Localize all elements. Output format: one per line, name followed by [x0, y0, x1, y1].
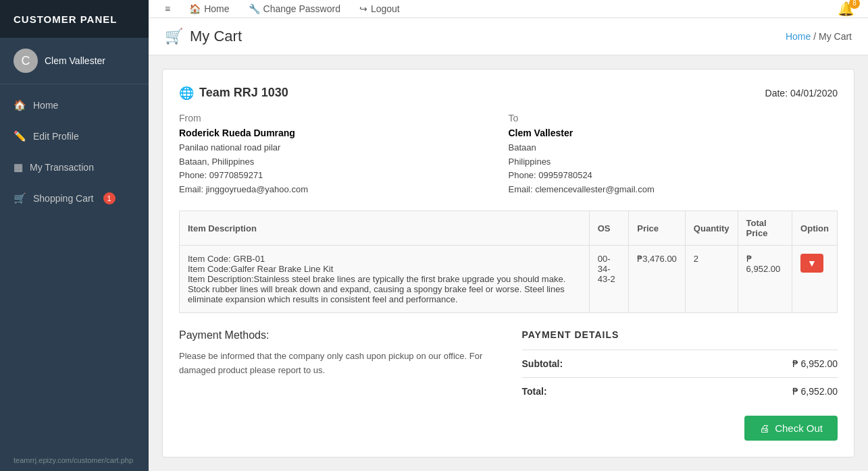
col-header-price: Price [629, 211, 686, 246]
total-row: Total: ₱ 6,952.00 [522, 377, 838, 405]
delete-button[interactable]: ▼ [800, 254, 823, 273]
item-option: ▼ [792, 246, 838, 313]
topnav-home-label: Home [204, 3, 229, 14]
edit-icon: ✏️ [14, 130, 26, 142]
sidebar-item-edit-profile-label: Edit Profile [33, 131, 79, 142]
item-table: Item Description OS Price Quantity Total… [179, 211, 838, 313]
payment-details-title: PAYMENT DETAILS [522, 329, 838, 340]
item-description-cell: Item Code: GRB-01 Item Code:Galfer Rear … [180, 246, 590, 313]
bell-badge: 8 [849, 0, 860, 9]
avatar-initial: C [22, 54, 30, 68]
sidebar-item-edit-profile[interactable]: ✏️ Edit Profile [0, 121, 149, 152]
sidebar: CUSTOMER PANEL C Clem Vallester 🏠 Home ✏… [0, 0, 149, 471]
to-phone: Phone: 09959780524 [509, 169, 838, 183]
checkout-button[interactable]: 🖨 Check Out [744, 416, 838, 441]
item-code: Item Code: GRB-01 [188, 254, 581, 264]
page-title: 🛒 My Cart [165, 28, 242, 45]
home-icon: 🏠 [14, 99, 26, 111]
topnav-change-password-label: Change Password [263, 3, 340, 14]
sidebar-username: Clem Vallester [45, 55, 105, 66]
sidebar-item-my-transaction-label: My Transaction [30, 162, 94, 173]
sidebar-title: CUSTOMER PANEL [0, 0, 149, 38]
total-value: ₱ 6,952.00 [792, 386, 838, 397]
topnav-logout-label: Logout [371, 3, 400, 14]
sidebar-nav: 🏠 Home ✏️ Edit Profile ▦ My Transaction … [0, 84, 149, 449]
item-name: Item Code:Galfer Rear Brake Line Kit [188, 264, 581, 274]
subtotal-label: Subtotal: [522, 358, 563, 369]
col-header-option: Option [792, 211, 838, 246]
topnav-home-icon: 🏠 [189, 3, 201, 14]
globe-icon: 🌐 [179, 86, 194, 101]
payment-methods-text: Please be informed that the company only… [179, 350, 495, 378]
main-content: ≡ 🏠 Home 🔧 Change Password ↪ Logout 🔔 8 … [149, 0, 868, 471]
from-phone: Phone: 09770859271 [179, 169, 509, 183]
from-email: Email: jinggoyrueda@yahoo.com [179, 183, 509, 197]
item-desc: Item Description:Stainless steel brake l… [188, 274, 581, 304]
item-quantity: 2 [685, 246, 738, 313]
from-name: Roderick Rueda Dumrang [179, 128, 509, 138]
team-name: 🌐 Team RRJ 1030 [179, 86, 288, 101]
from-label: From [179, 113, 509, 123]
topnav-home[interactable]: 🏠 Home [186, 3, 232, 14]
bell-button[interactable]: 🔔 8 [838, 1, 854, 17]
cart-card: 🌐 Team RRJ 1030 Date: 04/01/2020 From Ro… [162, 69, 854, 458]
payment-details: PAYMENT DETAILS Subtotal: ₱ 6,952.00 Tot… [522, 329, 838, 441]
sidebar-item-shopping-cart-label: Shopping Cart [33, 193, 94, 204]
avatar: C [14, 49, 38, 73]
to-name: Clem Vallester [509, 128, 838, 138]
payment-methods: Payment Methods: Please be informed that… [179, 329, 495, 441]
cart-icon: 🛒 [14, 192, 26, 204]
payment-methods-title: Payment Methods: [179, 329, 495, 341]
topnav: ≡ 🏠 Home 🔧 Change Password ↪ Logout 🔔 8 [149, 0, 868, 18]
subtotal-value: ₱ 6,952.00 [792, 358, 838, 369]
menu-toggle[interactable]: ≡ [162, 3, 173, 14]
topnav-logout-icon: ↪ [359, 3, 367, 14]
breadcrumb-separator: / [813, 31, 819, 42]
col-header-total-price: Total Price [738, 211, 792, 246]
card-date: Date: 04/01/2020 [765, 88, 838, 99]
col-header-os: OS [589, 211, 629, 246]
breadcrumb-current: My Cart [819, 31, 852, 42]
item-os: 00-34-43-2 [589, 246, 629, 313]
page-header: 🛒 My Cart Home / My Cart [149, 18, 868, 55]
payment-section: Payment Methods: Please be informed that… [179, 329, 838, 441]
breadcrumb-home[interactable]: Home [786, 31, 811, 42]
transaction-icon: ▦ [14, 161, 23, 173]
topnav-logout[interactable]: ↪ Logout [357, 3, 403, 14]
cart-title-icon: 🛒 [165, 28, 183, 45]
table-row: Item Code: GRB-01 Item Code:Galfer Rear … [180, 246, 838, 313]
topnav-change-password[interactable]: 🔧 Change Password [246, 3, 343, 14]
sidebar-footer: teamrrj.epizy.com/customer/cart.php [0, 449, 149, 471]
breadcrumb: Home / My Cart [786, 31, 852, 42]
card-header: 🌐 Team RRJ 1030 Date: 04/01/2020 [179, 86, 838, 101]
total-label: Total: [522, 386, 547, 397]
item-total-price: ₱ 6,952.00 [738, 246, 792, 313]
cart-badge: 1 [103, 192, 116, 204]
to-address: To Clem Vallester Bataan Philippines Pho… [509, 113, 838, 197]
to-address2: Philippines [509, 155, 838, 169]
address-section: From Roderick Rueda Dumrang Panilao nati… [179, 113, 838, 197]
to-label: To [509, 113, 838, 123]
sidebar-item-my-transaction[interactable]: ▦ My Transaction [0, 152, 149, 183]
checkout-label: Check Out [775, 422, 823, 434]
page-title-text: My Cart [190, 28, 242, 45]
sidebar-item-home-label: Home [33, 100, 58, 111]
sidebar-item-home[interactable]: 🏠 Home [0, 90, 149, 121]
item-price: ₱3,476.00 [629, 246, 686, 313]
subtotal-row: Subtotal: ₱ 6,952.00 [522, 350, 838, 377]
from-address1: Panilao national road pilar [179, 141, 509, 155]
sidebar-item-shopping-cart[interactable]: 🛒 Shopping Cart 1 [0, 183, 149, 214]
hamburger-icon: ≡ [165, 3, 170, 14]
topnav-change-password-icon: 🔧 [249, 3, 260, 14]
checkout-icon: 🖨 [759, 422, 769, 434]
checkout-area: 🖨 Check Out [522, 416, 838, 441]
from-address: From Roderick Rueda Dumrang Panilao nati… [179, 113, 509, 197]
to-address1: Bataan [509, 141, 838, 155]
team-name-text: Team RRJ 1030 [199, 86, 288, 100]
to-email: Email: clemencevallester@gmail.com [509, 183, 838, 197]
col-header-description: Item Description [180, 211, 590, 246]
from-address2: Bataan, Philippines [179, 155, 509, 169]
sidebar-user: C Clem Vallester [0, 38, 149, 84]
col-header-quantity: Quantity [685, 211, 738, 246]
